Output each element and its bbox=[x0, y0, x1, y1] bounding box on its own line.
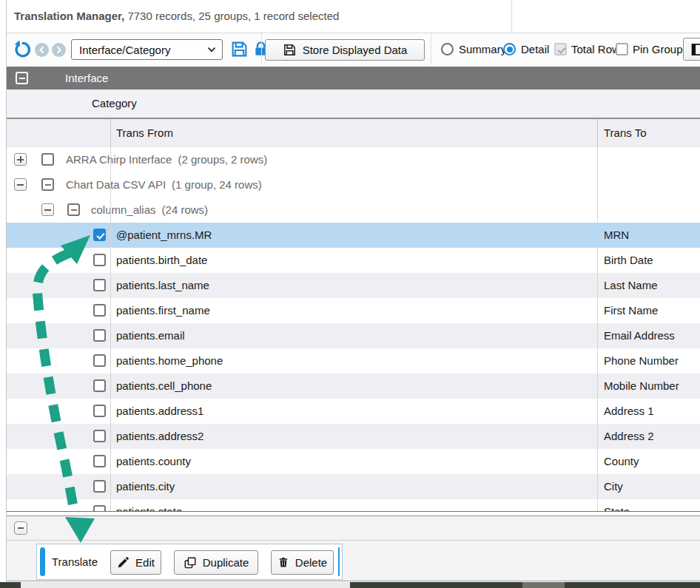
collapse-interface-icon[interactable] bbox=[16, 72, 28, 84]
table-row[interactable]: patients.first_name First Name bbox=[7, 298, 700, 323]
toggle-panel-button[interactable] bbox=[683, 38, 700, 61]
trans-from-value: Chart Data CSV API bbox=[66, 172, 166, 197]
detail-radio-label[interactable]: Detail bbox=[521, 33, 549, 65]
trans-to-value: City bbox=[604, 474, 623, 499]
duplicate-icon bbox=[184, 556, 197, 570]
trans-from-value: patients.last_name bbox=[116, 273, 209, 298]
toolbar-separator bbox=[261, 33, 262, 65]
translate-accent-bar-right bbox=[338, 547, 340, 576]
row-checkbox[interactable] bbox=[93, 379, 106, 392]
delete-button[interactable]: Delete bbox=[271, 550, 334, 575]
store-displayed-data-button[interactable]: Store Displayed Data bbox=[265, 39, 425, 61]
table-row[interactable]: ARRA Chirp Interface(2 groups, 2 rows) bbox=[7, 147, 700, 172]
trans-to-value: Last Name bbox=[604, 273, 658, 298]
nav-back-button[interactable] bbox=[35, 43, 49, 57]
view-mode-select[interactable]: Interface/Category bbox=[71, 39, 223, 60]
chevron-right-icon bbox=[55, 46, 63, 54]
trans-to-value: Address 1 bbox=[604, 399, 654, 424]
refresh-icon[interactable] bbox=[13, 40, 32, 59]
detail-radio[interactable] bbox=[503, 43, 516, 55]
tree-toggle-icon[interactable] bbox=[14, 153, 27, 166]
trans-from-value: patients.cell_phone bbox=[116, 374, 212, 399]
table-row[interactable]: patients.county County bbox=[7, 449, 700, 474]
trans-from-value: @patient_mrns.MR bbox=[116, 223, 212, 248]
total-row-checkbox[interactable] bbox=[554, 43, 567, 55]
trans-from-value: patients.address2 bbox=[116, 424, 203, 449]
summary-radio-label[interactable]: Summary bbox=[459, 33, 506, 65]
row-checkbox[interactable] bbox=[67, 203, 80, 216]
duplicate-button[interactable]: Duplicate bbox=[174, 550, 258, 575]
table-row[interactable]: patients.address1 Address 1 bbox=[7, 399, 700, 424]
table-row[interactable]: patients.home_phone Phone Number bbox=[7, 348, 700, 374]
trans-to-value: County bbox=[604, 449, 639, 474]
row-checkbox[interactable] bbox=[93, 480, 106, 493]
store-button-label: Store Displayed Data bbox=[303, 44, 408, 56]
trans-from-value: patients.address1 bbox=[116, 399, 203, 424]
row-checkbox[interactable] bbox=[93, 405, 106, 417]
bottom-panel-header bbox=[7, 516, 700, 541]
row-checkbox[interactable] bbox=[93, 279, 106, 291]
pin-groups-checkbox[interactable] bbox=[616, 43, 628, 55]
save-icon bbox=[283, 43, 297, 57]
trash-icon bbox=[277, 556, 289, 569]
view-mode-value: Interface/Category bbox=[79, 44, 207, 56]
row-checkbox[interactable] bbox=[93, 505, 106, 512]
summary-radio[interactable] bbox=[441, 43, 454, 55]
bottom-action-strip: Translate Edit Duplicate bbox=[7, 541, 700, 581]
table-row[interactable]: Chart Data CSV API(1 group, 24 rows) bbox=[7, 172, 700, 197]
trans-from-value: patients.county bbox=[116, 449, 191, 474]
row-checkbox[interactable] bbox=[93, 254, 106, 266]
row-checkbox[interactable] bbox=[41, 178, 54, 191]
trans-to-value: Address 2 bbox=[604, 424, 654, 449]
row-checkbox[interactable] bbox=[93, 354, 106, 367]
trans-to-value: Birth Date bbox=[604, 248, 653, 273]
row-checkbox[interactable] bbox=[93, 304, 106, 317]
trans-from-value: patients.city bbox=[116, 474, 175, 499]
translate-toolbar: Translate Edit Duplicate bbox=[36, 544, 343, 580]
row-checkbox[interactable] bbox=[93, 455, 106, 467]
page-title-summary: 7730 records, 25 groups, 1 record select… bbox=[124, 10, 339, 22]
table-row[interactable]: patients.address2 Address 2 bbox=[7, 424, 700, 449]
toolbar: Interface/Category Store Displayed D bbox=[7, 33, 700, 65]
nav-forward-button[interactable] bbox=[52, 43, 66, 57]
table-row[interactable]: patients.email Email Address bbox=[7, 323, 700, 348]
row-checkbox[interactable] bbox=[93, 430, 106, 442]
split-panel-icon bbox=[690, 42, 700, 57]
column-header-row: Trans From Trans To bbox=[7, 119, 700, 148]
save-icon[interactable] bbox=[230, 40, 249, 58]
trans-from-value: patients.birth_date bbox=[116, 248, 207, 273]
edit-button-label: Edit bbox=[135, 556, 155, 569]
category-header-label: Category bbox=[92, 89, 137, 118]
table-row[interactable]: patients.birth_date Birth Date bbox=[7, 248, 700, 273]
grid-rows: ARRA Chirp Interface(2 groups, 2 rows) C… bbox=[7, 147, 700, 512]
trans-to-value: Email Address bbox=[604, 323, 675, 348]
trans-from-column-header[interactable]: Trans From bbox=[116, 119, 173, 147]
table-row[interactable]: patients.last_name Last Name bbox=[7, 273, 700, 298]
translate-accent-bar bbox=[40, 547, 45, 576]
tree-toggle-icon[interactable] bbox=[41, 203, 54, 216]
table-row[interactable]: patients.state State bbox=[7, 499, 700, 512]
desktop-strip bbox=[0, 582, 700, 588]
pin-groups-label[interactable]: Pin Groups bbox=[633, 33, 688, 65]
table-row[interactable]: column_alias(24 rows) bbox=[7, 197, 700, 223]
total-row-label[interactable]: Total Row bbox=[571, 33, 620, 65]
table-row[interactable]: patients.city City bbox=[7, 474, 700, 499]
title-divider bbox=[511, 0, 512, 33]
table-row[interactable]: @patient_mrns.MR MRN bbox=[7, 223, 700, 248]
duplicate-button-label: Duplicate bbox=[203, 556, 249, 569]
trans-to-column-header[interactable]: Trans To bbox=[604, 119, 647, 147]
trans-to-value: Phone Number bbox=[604, 348, 679, 374]
pencil-icon bbox=[117, 556, 129, 569]
row-checkbox[interactable] bbox=[93, 229, 106, 241]
edit-button[interactable]: Edit bbox=[110, 550, 161, 575]
trans-to-value: Mobile Number bbox=[604, 374, 679, 399]
title-bar: Translation Manager, 7730 records, 25 gr… bbox=[7, 0, 700, 33]
row-checkbox[interactable] bbox=[41, 153, 54, 166]
collapse-bottom-panel-icon[interactable] bbox=[14, 521, 27, 535]
tree-toggle-icon[interactable] bbox=[14, 178, 27, 191]
chevron-left-icon bbox=[38, 46, 46, 54]
translate-group-label: Translate bbox=[52, 544, 98, 579]
interface-header-label: Interface bbox=[65, 67, 108, 89]
row-checkbox[interactable] bbox=[93, 329, 106, 342]
table-row[interactable]: patients.cell_phone Mobile Number bbox=[7, 374, 700, 399]
